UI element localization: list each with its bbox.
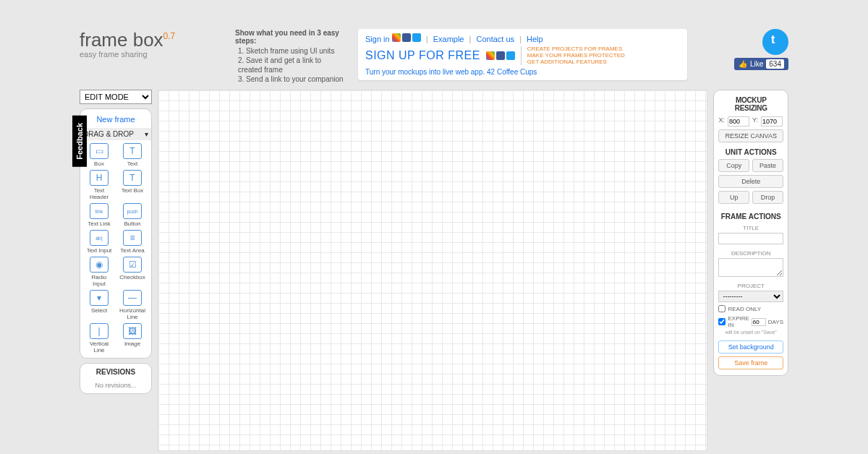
tool-label: Text Header <box>85 187 114 200</box>
tool-text-link[interactable]: linkText Link <box>85 203 114 227</box>
step-item: 1. Sketch frame using UI units <box>238 46 344 56</box>
tool-label: Text Link <box>85 220 114 227</box>
tool-text[interactable]: TText <box>118 143 147 167</box>
text-area-icon: ≡ <box>123 230 142 246</box>
paste-button[interactable]: Paste <box>752 159 783 172</box>
tool-vertical-line[interactable]: |Vertical Line <box>85 323 114 354</box>
unit-actions-title: UNIT ACTIONS <box>718 148 783 156</box>
readonly-checkbox[interactable] <box>718 305 726 312</box>
text-input-icon: ab| <box>90 230 109 246</box>
contact-link[interactable]: Contact us <box>476 35 514 43</box>
select-icon: ▾ <box>90 290 109 306</box>
tool-text-header[interactable]: HText Header <box>85 170 114 200</box>
mode-select[interactable]: EDIT MODE <box>80 90 152 104</box>
x-label: X: <box>718 116 725 127</box>
brand-name: frame box <box>80 29 163 51</box>
expire-checkbox[interactable] <box>718 318 726 325</box>
feedback-tab[interactable]: Feedback <box>72 116 87 167</box>
tool-label: Image <box>118 340 147 347</box>
expire-hint: will be unset on "Save" <box>718 330 783 335</box>
tool-label: Text Input <box>85 247 114 254</box>
title-input[interactable] <box>718 233 783 244</box>
expire-days-input[interactable] <box>752 318 766 326</box>
copy-button[interactable]: Copy <box>718 159 749 172</box>
fb-like-button[interactable]: 👍 Like 634 <box>734 58 788 70</box>
steps-title: Show what you need in 3 easy steps: <box>235 29 344 45</box>
resize-canvas-button[interactable]: RESIZE CANVAS <box>718 129 783 142</box>
tool-checkbox[interactable]: ☑Checkbox <box>118 257 147 287</box>
signup-link[interactable]: SIGN UP FOR FREE <box>365 49 480 62</box>
signin-link[interactable]: Sign in <box>365 35 390 43</box>
tool-horizontal-line[interactable]: —Horizontal Line <box>118 290 147 320</box>
tool-box[interactable]: ▭Box <box>85 143 114 167</box>
project-label: PROJECT <box>718 283 783 289</box>
frame-actions-title: FRAME ACTIONS <box>718 213 783 220</box>
expire-post: DAYS <box>768 319 783 325</box>
canvas-grid[interactable] <box>158 90 707 451</box>
promo-link[interactable]: Turn your mockups into live web app. 42 … <box>365 68 680 76</box>
tool-label: Select <box>85 307 114 314</box>
project-select[interactable]: --------- <box>718 291 783 302</box>
tool-label: Box <box>85 160 114 167</box>
example-link[interactable]: Example <box>433 35 464 43</box>
like-count: 634 <box>766 59 784 69</box>
tool-image[interactable]: 🖼Image <box>118 323 147 354</box>
button-icon: push <box>123 203 142 219</box>
tool-label: Text Box <box>118 187 147 194</box>
tool-label: Text Area <box>118 247 147 254</box>
set-background-button[interactable]: Set background <box>718 340 783 354</box>
tool-label: Radio Input <box>85 274 114 287</box>
social-icons[interactable] <box>392 33 421 42</box>
right-panel: MOCKUP RESIZING X: Y: RESIZE CANVAS UNIT… <box>713 90 788 376</box>
step-item: 3. Send a link to your companion <box>238 74 344 84</box>
thumb-icon: 👍 <box>739 60 747 68</box>
step-item: 2. Save it and get a link to created fra… <box>238 56 344 74</box>
y-input[interactable] <box>761 116 783 127</box>
chevron-down-icon: ▾ <box>145 130 148 138</box>
title-label: TITLE <box>718 225 783 231</box>
new-frame-button[interactable]: New frame <box>85 113 147 128</box>
horizontal-line-icon: — <box>123 290 142 306</box>
steps-block: Show what you need in 3 easy steps: 1. S… <box>235 29 344 84</box>
image-icon: 🖼 <box>123 323 142 339</box>
tool-button[interactable]: pushButton <box>118 203 147 227</box>
tool-label: Vertical Line <box>85 340 114 354</box>
text-header-icon: H <box>90 170 109 186</box>
desc-input[interactable] <box>718 258 783 277</box>
box-icon: ▭ <box>90 143 109 159</box>
checkbox-icon: ☑ <box>123 257 142 273</box>
tool-text-input[interactable]: ab|Text Input <box>85 230 114 254</box>
drop-button[interactable]: Drop <box>752 191 783 204</box>
delete-button[interactable]: Delete <box>718 175 783 188</box>
revisions-panel: REVISIONS No revisions... <box>80 363 152 394</box>
revisions-empty: No revisions... <box>85 382 147 389</box>
tool-label: Text <box>118 160 147 167</box>
vertical-line-icon: | <box>90 323 109 339</box>
y-label: Y: <box>752 116 758 127</box>
x-input[interactable] <box>728 116 749 127</box>
tool-label: Button <box>118 220 147 227</box>
tool-label: Horizontal Line <box>118 307 147 320</box>
signup-social-icons[interactable] <box>486 51 515 60</box>
readonly-label: READ ONLY <box>728 306 761 312</box>
twitter-icon[interactable] <box>762 29 788 55</box>
radio-input-icon: ◉ <box>90 257 109 273</box>
revisions-title: REVISIONS <box>85 368 147 376</box>
tool-radio-input[interactable]: ◉Radio Input <box>85 257 114 287</box>
text-link-icon: link <box>90 203 109 219</box>
up-button[interactable]: Up <box>718 191 749 204</box>
brand-version: 0.7 <box>163 31 176 41</box>
signup-benefits: CREATE PROJECTS FOR FRAMES MAKE YOUR FRA… <box>521 46 625 65</box>
tool-select[interactable]: ▾Select <box>85 290 114 320</box>
expire-pre: EXPIRE IN <box>728 315 749 328</box>
tools-panel: New frame DRAG & DROP ▾ ▭BoxTTextHText H… <box>80 108 152 359</box>
help-link[interactable]: Help <box>527 35 543 43</box>
auth-box: Sign in | Example | Contact us | Help SI… <box>358 29 687 80</box>
text-icon: T <box>123 143 142 159</box>
save-frame-button[interactable]: Save frame <box>718 356 783 369</box>
tool-text-box[interactable]: TText Box <box>118 170 147 200</box>
text-box-icon: T <box>123 170 142 186</box>
tool-text-area[interactable]: ≡Text Area <box>118 230 147 254</box>
drag-drop-header[interactable]: DRAG & DROP ▾ <box>80 128 151 140</box>
tool-label: Checkbox <box>118 274 147 280</box>
